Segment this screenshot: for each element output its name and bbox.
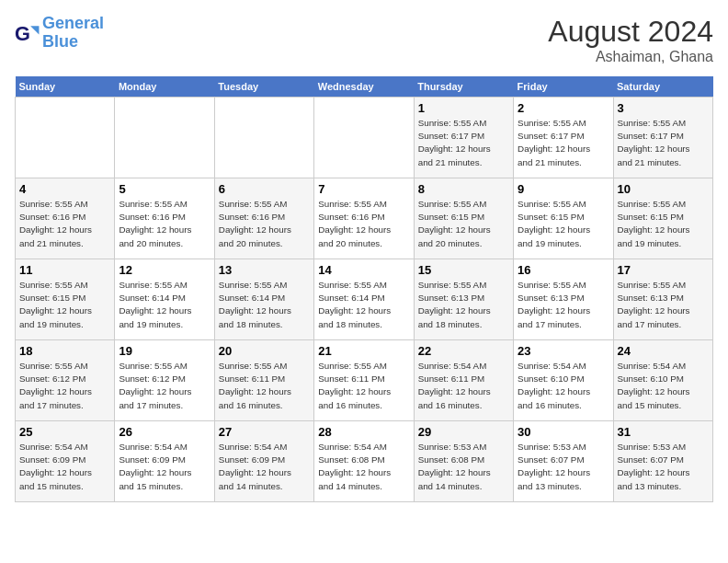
calendar-week-row: 4Sunrise: 5:55 AM Sunset: 6:16 PM Daylig… bbox=[16, 178, 713, 259]
day-number: 12 bbox=[119, 263, 210, 277]
day-info: Sunrise: 5:55 AM Sunset: 6:16 PM Dayligh… bbox=[119, 198, 210, 250]
calendar-cell: 22Sunrise: 5:54 AM Sunset: 6:11 PM Dayli… bbox=[414, 340, 513, 421]
day-number: 29 bbox=[418, 425, 509, 439]
calendar-cell: 15Sunrise: 5:55 AM Sunset: 6:13 PM Dayli… bbox=[414, 259, 513, 340]
calendar-cell: 16Sunrise: 5:55 AM Sunset: 6:13 PM Dayli… bbox=[514, 259, 613, 340]
calendar-cell: 19Sunrise: 5:55 AM Sunset: 6:12 PM Dayli… bbox=[115, 340, 214, 421]
calendar-cell: 3Sunrise: 5:55 AM Sunset: 6:17 PM Daylig… bbox=[613, 98, 712, 178]
day-info: Sunrise: 5:53 AM Sunset: 6:07 PM Dayligh… bbox=[618, 441, 709, 493]
day-info: Sunrise: 5:55 AM Sunset: 6:15 PM Dayligh… bbox=[518, 198, 609, 250]
day-info: Sunrise: 5:55 AM Sunset: 6:17 PM Dayligh… bbox=[418, 117, 509, 169]
day-number: 27 bbox=[219, 425, 310, 439]
day-info: Sunrise: 5:54 AM Sunset: 6:08 PM Dayligh… bbox=[318, 441, 409, 493]
calendar-cell: 4Sunrise: 5:55 AM Sunset: 6:16 PM Daylig… bbox=[16, 178, 115, 259]
title-area: August 2024 Ashaiman, Ghana bbox=[548, 15, 713, 65]
logo-line1: General bbox=[42, 14, 104, 32]
logo-icon: G bbox=[15, 20, 40, 46]
calendar-cell: 9Sunrise: 5:55 AM Sunset: 6:15 PM Daylig… bbox=[514, 178, 613, 259]
calendar-cell: 5Sunrise: 5:55 AM Sunset: 6:16 PM Daylig… bbox=[115, 178, 214, 259]
day-info: Sunrise: 5:55 AM Sunset: 6:15 PM Dayligh… bbox=[618, 198, 709, 250]
calendar-cell: 21Sunrise: 5:55 AM Sunset: 6:11 PM Dayli… bbox=[314, 340, 414, 421]
day-number: 30 bbox=[518, 425, 609, 439]
day-info: Sunrise: 5:55 AM Sunset: 6:15 PM Dayligh… bbox=[19, 279, 110, 331]
calendar-cell bbox=[214, 98, 313, 178]
calendar-cell: 30Sunrise: 5:53 AM Sunset: 6:07 PM Dayli… bbox=[514, 421, 613, 502]
day-number: 17 bbox=[618, 263, 709, 277]
calendar-cell: 17Sunrise: 5:55 AM Sunset: 6:13 PM Dayli… bbox=[613, 259, 712, 340]
day-info: Sunrise: 5:55 AM Sunset: 6:16 PM Dayligh… bbox=[219, 198, 310, 250]
calendar-cell: 27Sunrise: 5:54 AM Sunset: 6:09 PM Dayli… bbox=[214, 421, 313, 502]
day-number: 20 bbox=[219, 344, 310, 358]
day-info: Sunrise: 5:54 AM Sunset: 6:11 PM Dayligh… bbox=[418, 360, 509, 412]
calendar-cell: 18Sunrise: 5:55 AM Sunset: 6:12 PM Dayli… bbox=[16, 340, 115, 421]
day-number: 6 bbox=[219, 182, 310, 196]
calendar-cell: 13Sunrise: 5:55 AM Sunset: 6:14 PM Dayli… bbox=[214, 259, 313, 340]
calendar-cell: 25Sunrise: 5:54 AM Sunset: 6:09 PM Dayli… bbox=[16, 421, 115, 502]
day-info: Sunrise: 5:55 AM Sunset: 6:15 PM Dayligh… bbox=[418, 198, 509, 250]
calendar-cell: 29Sunrise: 5:53 AM Sunset: 6:08 PM Dayli… bbox=[414, 421, 513, 502]
calendar-cell: 12Sunrise: 5:55 AM Sunset: 6:14 PM Dayli… bbox=[115, 259, 214, 340]
day-number: 28 bbox=[318, 425, 409, 439]
calendar-cell: 23Sunrise: 5:54 AM Sunset: 6:10 PM Dayli… bbox=[514, 340, 613, 421]
day-number: 23 bbox=[518, 344, 609, 358]
calendar-cell: 7Sunrise: 5:55 AM Sunset: 6:16 PM Daylig… bbox=[314, 178, 414, 259]
day-number: 25 bbox=[19, 425, 110, 439]
calendar-cell bbox=[314, 98, 414, 178]
day-info: Sunrise: 5:55 AM Sunset: 6:17 PM Dayligh… bbox=[518, 117, 609, 169]
day-info: Sunrise: 5:55 AM Sunset: 6:13 PM Dayligh… bbox=[518, 279, 609, 331]
calendar-table: SundayMondayTuesdayWednesdayThursdayFrid… bbox=[15, 76, 713, 502]
weekday-header: Thursday bbox=[414, 76, 513, 98]
weekday-header: Tuesday bbox=[214, 76, 313, 98]
day-number: 5 bbox=[119, 182, 210, 196]
day-info: Sunrise: 5:55 AM Sunset: 6:14 PM Dayligh… bbox=[119, 279, 210, 331]
day-info: Sunrise: 5:54 AM Sunset: 6:09 PM Dayligh… bbox=[119, 441, 210, 493]
day-number: 3 bbox=[618, 101, 709, 115]
day-info: Sunrise: 5:55 AM Sunset: 6:16 PM Dayligh… bbox=[318, 198, 409, 250]
day-number: 7 bbox=[318, 182, 409, 196]
day-number: 26 bbox=[119, 425, 210, 439]
day-number: 4 bbox=[19, 182, 110, 196]
day-info: Sunrise: 5:54 AM Sunset: 6:10 PM Dayligh… bbox=[618, 360, 709, 412]
calendar-cell: 28Sunrise: 5:54 AM Sunset: 6:08 PM Dayli… bbox=[314, 421, 414, 502]
calendar-cell: 10Sunrise: 5:55 AM Sunset: 6:15 PM Dayli… bbox=[613, 178, 712, 259]
day-info: Sunrise: 5:54 AM Sunset: 6:09 PM Dayligh… bbox=[19, 441, 110, 493]
day-number: 18 bbox=[19, 344, 110, 358]
day-info: Sunrise: 5:54 AM Sunset: 6:09 PM Dayligh… bbox=[219, 441, 310, 493]
calendar-cell: 31Sunrise: 5:53 AM Sunset: 6:07 PM Dayli… bbox=[613, 421, 712, 502]
day-info: Sunrise: 5:54 AM Sunset: 6:10 PM Dayligh… bbox=[518, 360, 609, 412]
day-number: 13 bbox=[219, 263, 310, 277]
location: Ashaiman, Ghana bbox=[548, 49, 713, 65]
day-info: Sunrise: 5:55 AM Sunset: 6:16 PM Dayligh… bbox=[19, 198, 110, 250]
page-header: G General Blue August 2024 Ashaiman, Gha… bbox=[15, 15, 713, 65]
calendar-cell: 26Sunrise: 5:54 AM Sunset: 6:09 PM Dayli… bbox=[115, 421, 214, 502]
day-number: 16 bbox=[518, 263, 609, 277]
day-number: 2 bbox=[518, 101, 609, 115]
calendar-cell: 20Sunrise: 5:55 AM Sunset: 6:11 PM Dayli… bbox=[214, 340, 313, 421]
logo-line2: Blue bbox=[42, 32, 78, 51]
calendar-cell: 24Sunrise: 5:54 AM Sunset: 6:10 PM Dayli… bbox=[613, 340, 712, 421]
month-title: August 2024 bbox=[548, 15, 713, 49]
day-info: Sunrise: 5:55 AM Sunset: 6:14 PM Dayligh… bbox=[318, 279, 409, 331]
calendar-cell: 6Sunrise: 5:55 AM Sunset: 6:16 PM Daylig… bbox=[214, 178, 313, 259]
calendar-week-row: 1Sunrise: 5:55 AM Sunset: 6:17 PM Daylig… bbox=[16, 98, 713, 178]
day-info: Sunrise: 5:55 AM Sunset: 6:12 PM Dayligh… bbox=[119, 360, 210, 412]
weekday-header: Monday bbox=[115, 76, 214, 98]
day-info: Sunrise: 5:55 AM Sunset: 6:14 PM Dayligh… bbox=[219, 279, 310, 331]
day-number: 10 bbox=[618, 182, 709, 196]
calendar-cell: 14Sunrise: 5:55 AM Sunset: 6:14 PM Dayli… bbox=[314, 259, 414, 340]
weekday-header-row: SundayMondayTuesdayWednesdayThursdayFrid… bbox=[16, 76, 713, 98]
weekday-header: Wednesday bbox=[314, 76, 414, 98]
svg-marker-1 bbox=[30, 26, 39, 34]
day-number: 9 bbox=[518, 182, 609, 196]
calendar-week-row: 11Sunrise: 5:55 AM Sunset: 6:15 PM Dayli… bbox=[16, 259, 713, 340]
day-number: 21 bbox=[318, 344, 409, 358]
day-number: 8 bbox=[418, 182, 509, 196]
day-info: Sunrise: 5:55 AM Sunset: 6:17 PM Dayligh… bbox=[618, 117, 709, 169]
weekday-header: Sunday bbox=[16, 76, 115, 98]
day-info: Sunrise: 5:55 AM Sunset: 6:11 PM Dayligh… bbox=[219, 360, 310, 412]
calendar-cell: 11Sunrise: 5:55 AM Sunset: 6:15 PM Dayli… bbox=[16, 259, 115, 340]
day-info: Sunrise: 5:53 AM Sunset: 6:07 PM Dayligh… bbox=[518, 441, 609, 493]
day-info: Sunrise: 5:55 AM Sunset: 6:12 PM Dayligh… bbox=[19, 360, 110, 412]
day-number: 11 bbox=[19, 263, 110, 277]
calendar-week-row: 18Sunrise: 5:55 AM Sunset: 6:12 PM Dayli… bbox=[16, 340, 713, 421]
